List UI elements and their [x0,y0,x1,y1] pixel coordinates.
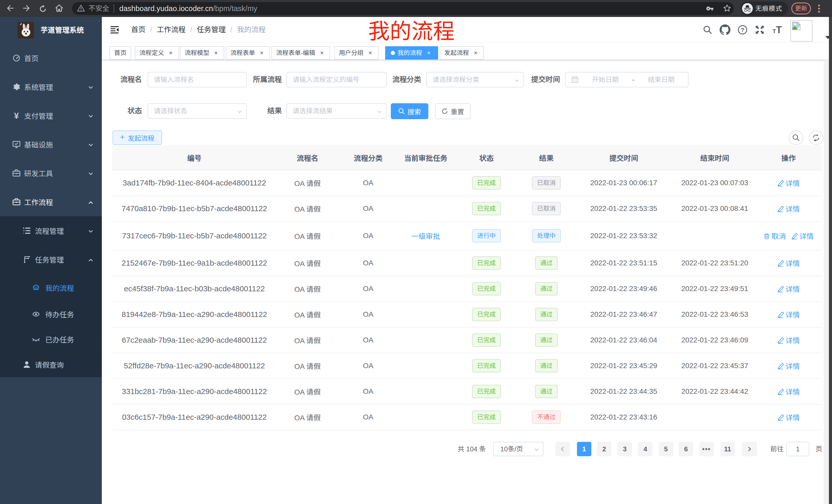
svg-text:?: ? [741,26,744,33]
